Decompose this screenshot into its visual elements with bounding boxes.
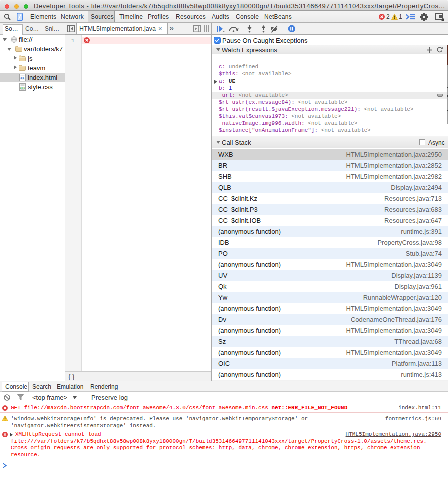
svg-text:<>: <> [20, 76, 25, 80]
svg-text:css: css [20, 86, 26, 89]
